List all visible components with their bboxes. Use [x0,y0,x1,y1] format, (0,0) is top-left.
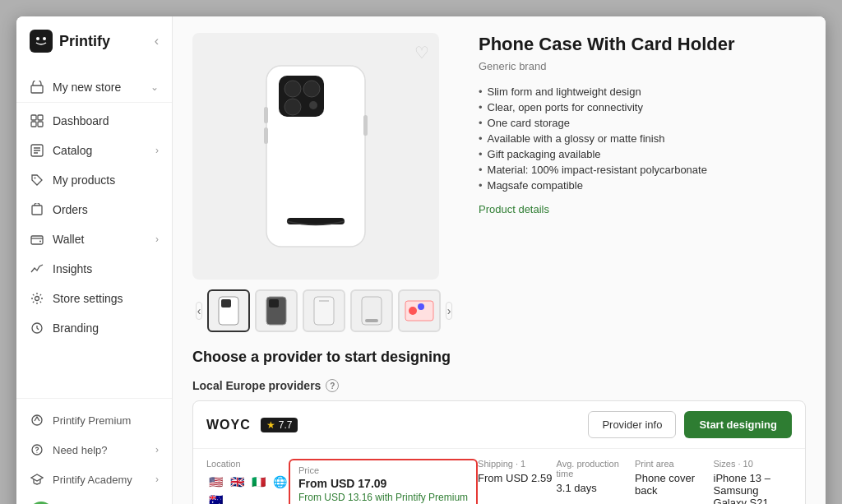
thumbnail-2[interactable] [255,289,298,332]
feature-item-1: Slim form and lightweight design [479,84,806,99]
sidebar-item-branding[interactable]: Branding [16,313,172,343]
start-designing-button[interactable]: Start designing [684,411,792,438]
sidebar: Printify ‹ My new store ⌄ [16,16,173,504]
svg-point-15 [35,297,39,301]
provider-info-button[interactable]: Provider info [588,411,676,438]
sidebar-item-need-help[interactable]: Need help? › [16,435,172,465]
thumbnail-row: ‹ [192,289,456,332]
branding-icon [30,321,44,335]
sidebar-item-catalog[interactable]: Catalog › [16,136,172,165]
shipping-label: Shipping · 1 [478,459,556,469]
sidebar-nav: My new store ⌄ Dashboard [16,66,172,398]
app-window: Printify ‹ My new store ⌄ [16,16,826,504]
product-details-link[interactable]: Product details [479,203,549,215]
insights-icon [30,261,44,276]
svg-rect-30 [221,299,231,307]
sidebar-item-insights[interactable]: Insights [16,254,172,284]
svg-point-11 [35,178,36,179]
main-image-container: ♡ [192,33,439,280]
sidebar-item-academy[interactable]: Printify Academy › [16,465,172,494]
sidebar-item-label-insights: Insights [53,262,92,275]
sidebar-item-orders[interactable]: Orders [16,195,172,224]
sidebar-item-label-products: My products [53,173,115,187]
thumbnail-1[interactable] [207,289,250,332]
sizes-label: Sizes · 10 [714,459,792,469]
thumbnail-next-button[interactable]: › [446,302,452,320]
sidebar-item-dashboard[interactable]: Dashboard [16,106,172,136]
svg-rect-13 [31,236,43,244]
provider-rating-value: 7.7 [279,419,293,431]
detail-col-print-area: Print area Phone cover back [635,459,713,504]
thumbnail-5[interactable] [398,289,441,332]
sidebar-item-label-premium: Printify Premium [53,414,131,427]
sidebar-item-label-academy: Printify Academy [53,474,132,486]
sidebar-item-my-new-store[interactable]: My new store ⌄ [16,72,172,103]
sidebar-item-label-catalog: Catalog [53,144,92,157]
sidebar-item-label-help: Need help? [53,444,108,456]
detail-col-price: Price From USD 17.09 From USD 13.16 with… [289,459,478,504]
sidebar-logo: Printify ‹ [16,16,172,66]
product-image [242,58,390,255]
svg-point-18 [37,452,38,453]
flag-gb: 🇬🇧 [228,475,246,488]
provider-header: WOYC ★ 7.7 Provider info Start designing [193,401,805,449]
chevron-right-icon: › [155,145,159,156]
product-info: Phone Case With Card Holder Generic bran… [479,33,806,332]
detail-col-production: Avg. production time 3.1 days [557,459,635,504]
sidebar-item-store-settings[interactable]: Store settings [16,284,172,313]
product-images: ♡ [192,33,456,332]
svg-rect-25 [363,115,368,136]
svg-point-38 [409,307,417,315]
sidebar-item-wallet[interactable]: Wallet › [16,224,172,254]
chevron-right-icon-academy: › [155,474,159,485]
provider-name: WOYC [206,418,251,432]
logo-icon [30,30,53,53]
sidebar-item-my-products[interactable]: My products [16,165,172,195]
provider-group-name: Local Europe providers [192,379,321,392]
svg-point-23 [285,99,301,115]
price-premium-value: From USD 13.16 with Printify Premium [298,492,468,503]
production-value: 3.1 days [557,482,635,494]
sidebar-item-account[interactable]: B Account bogdan@ecomme... › [16,494,172,504]
dashboard-icon [30,113,44,128]
svg-point-21 [285,81,301,97]
print-area-label: Print area [635,459,713,469]
provider-card-woyc: WOYC ★ 7.7 Provider info Start designing… [192,400,806,504]
feature-item-6: Material: 100% impact-resistant polycarb… [479,162,806,178]
thumbnail-3[interactable] [303,289,345,332]
svg-rect-36 [365,319,378,322]
sidebar-item-label-orders: Orders [53,203,88,216]
location-flags: 🇺🇸 🇬🇧 🇮🇹 🌐 [206,475,289,488]
chevron-right-icon-wallet: › [155,234,159,245]
flag-it: 🇮🇹 [249,475,267,488]
provider-details: Location 🇺🇸 🇬🇧 🇮🇹 🌐 🇦🇺 Price From USD 1 [193,449,805,504]
thumbnail-4[interactable] [350,289,393,332]
help-icon [30,442,44,457]
help-tooltip-icon[interactable]: ? [326,379,339,392]
product-title: Phone Case With Card Holder [479,33,806,57]
settings-icon [30,291,44,306]
sidebar-item-printify-premium[interactable]: Printify Premium [16,405,172,435]
svg-rect-4 [38,115,43,120]
svg-rect-26 [264,107,268,123]
sizes-value: iPhone 13 – Samsung Galaxy S21 Ultra [714,472,792,504]
sidebar-item-label-dashboard: Dashboard [53,114,109,127]
sidebar-item-label-branding: Branding [53,321,99,335]
provider-rating-badge: ★ 7.7 [261,418,298,432]
chevron-down-icon: ⌄ [150,81,159,93]
location-label: Location [206,459,289,469]
svg-point-0 [36,37,39,40]
shipping-value: From USD 2.59 [478,472,556,484]
feature-item-7: Magsafe compatible [479,178,806,193]
premium-icon [30,413,44,428]
sidebar-collapse-button[interactable]: ‹ [155,34,159,49]
wallet-icon [30,232,44,247]
svg-point-1 [43,37,46,40]
store-icon [30,80,44,95]
svg-point-14 [39,241,41,243]
svg-point-39 [418,303,424,310]
thumbnail-prev-button[interactable]: ‹ [196,302,202,320]
svg-rect-5 [31,122,36,127]
detail-col-shipping: Shipping · 1 From USD 2.59 [478,459,556,504]
wishlist-button[interactable]: ♡ [414,43,429,62]
